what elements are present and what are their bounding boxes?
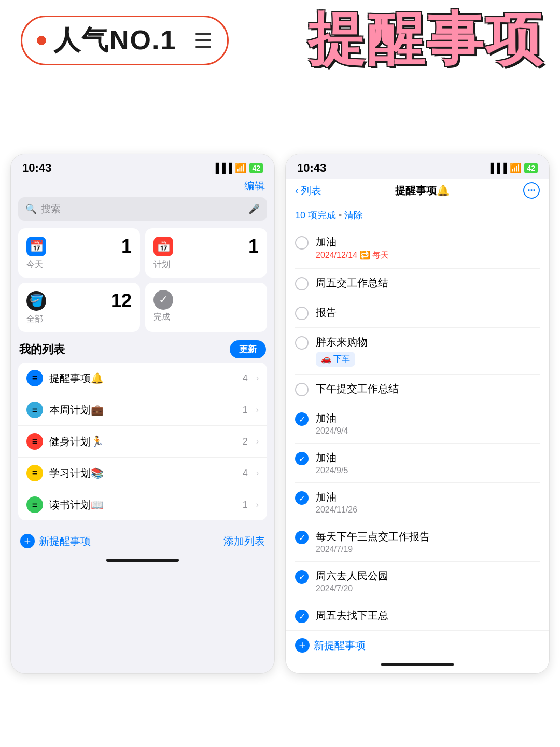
all-count: 12 xyxy=(111,290,132,312)
reminder-content: 胖东来购物 🚗 下车 xyxy=(316,335,540,367)
wifi-icon: 📶 xyxy=(235,162,246,174)
plus-icon: + xyxy=(20,534,35,548)
reminder-item[interactable]: ✓ 加油 2024/9/5 xyxy=(295,444,540,483)
right-status-icons: ▐▐▐ 📶 42 xyxy=(487,162,538,174)
reminder-item[interactable]: ✓ 周六去人民公园 2024/7/20 xyxy=(295,562,540,601)
stat-all[interactable]: 🪣 12 全部 xyxy=(18,283,140,332)
reminder-circle-filled[interactable]: ✓ xyxy=(295,570,309,584)
signal-icon: ▐▐▐ xyxy=(487,163,507,174)
list-item[interactable]: ≡ 读书计划📖 1 › xyxy=(18,489,267,520)
reminder-circle-filled[interactable]: ✓ xyxy=(295,491,309,505)
chevron-icon: › xyxy=(256,374,259,383)
reminder-content: 每天下午三点交工作报告 2024/7/19 xyxy=(316,530,540,554)
add-list-button[interactable]: 添加列表 xyxy=(223,534,265,548)
list-count-reminders: 4 xyxy=(243,373,248,384)
reminder-item[interactable]: 周五交工作总结 xyxy=(295,269,540,298)
reminder-subtitle: 2024/9/4 xyxy=(316,426,540,436)
reminder-item[interactable]: ✓ 加油 2024/9/4 xyxy=(295,404,540,444)
stat-done[interactable]: ✓ 完成 xyxy=(145,283,267,332)
list-icon-reminders: ≡ xyxy=(26,370,43,386)
list-icon-study: ≡ xyxy=(26,465,43,481)
stats-grid: 📅 1 今天 📅 1 计划 🪣 12 全部 xyxy=(18,228,267,332)
list-count-fitness: 2 xyxy=(243,436,248,447)
wifi-icon: 📶 xyxy=(510,162,521,174)
check-icon: ✓ xyxy=(299,493,305,503)
left-battery: 42 xyxy=(249,163,263,173)
stat-today[interactable]: 📅 1 今天 xyxy=(18,228,140,278)
right-nav-bar: ‹ 列表 提醒事项🔔 ··· xyxy=(286,179,549,205)
reminder-subtitle: 2024/12/14 🔁 每天 xyxy=(316,250,540,261)
my-lists-header: 我的列表 更新 xyxy=(11,338,274,363)
reminder-circle-filled[interactable]: ✓ xyxy=(295,610,309,623)
more-button[interactable]: ··· xyxy=(523,182,540,199)
chevron-icon: › xyxy=(256,468,259,478)
plan-count: 1 xyxy=(248,236,259,257)
reminder-item[interactable]: 下午提交工作总结 xyxy=(295,375,540,404)
nav-title: 提醒事项🔔 xyxy=(395,184,450,198)
reminder-title: 周六去人民公园 xyxy=(316,569,540,583)
mic-icon[interactable]: 🎤 xyxy=(248,203,260,215)
reminder-item[interactable]: 报告 xyxy=(295,298,540,328)
new-reminder-button[interactable]: + 新提醒事项 xyxy=(20,534,91,548)
completed-count: 10 项完成 xyxy=(295,210,336,220)
update-button[interactable]: 更新 xyxy=(230,340,266,358)
list-icon-reading: ≡ xyxy=(26,496,43,513)
search-input[interactable]: 搜索 xyxy=(41,202,244,216)
stat-plan[interactable]: 📅 1 计划 xyxy=(145,228,267,278)
badge-label: 人气NO.1 ☰ xyxy=(21,16,229,65)
reminder-list: 加油 2024/12/14 🔁 每天 周五交工作总结 报告 xyxy=(286,228,549,630)
left-phone: 10:43 ▐▐▐ 📶 42 编辑 🔍 搜索 🎤 📅 1 今天 xyxy=(10,154,275,674)
reminder-title: 加油 xyxy=(316,451,540,464)
completed-header: 10 项完成 • 清除 xyxy=(286,205,549,228)
right-new-reminder-label: 新提醒事项 xyxy=(314,639,366,653)
reminder-circle-filled[interactable]: ✓ xyxy=(295,452,309,465)
reminder-circle-filled[interactable]: ✓ xyxy=(295,531,309,544)
list-count-weekly: 1 xyxy=(243,405,248,416)
list-name-fitness: 健身计划🏃 xyxy=(49,435,236,449)
today-count: 1 xyxy=(121,236,132,257)
done-icon: ✓ xyxy=(153,290,173,310)
reminder-circle-filled[interactable]: ✓ xyxy=(295,412,309,426)
list-item[interactable]: ≡ 提醒事项🔔 4 › xyxy=(18,363,267,394)
list-item[interactable]: ≡ 学习计划📚 4 › xyxy=(18,458,267,489)
reminder-subtitle: 2024/7/19 xyxy=(316,545,540,554)
reminder-title: 每天下午三点交工作报告 xyxy=(316,530,540,543)
back-label: 列表 xyxy=(301,184,321,198)
list-item[interactable]: ≡ 本周计划💼 1 › xyxy=(18,394,267,426)
reminder-item[interactable]: ✓ 周五去找下王总 xyxy=(295,601,540,630)
done-label: 完成 xyxy=(153,312,259,323)
right-bottom-bar: + 新提醒事项 xyxy=(286,630,549,658)
chevron-icon: › xyxy=(256,405,259,414)
right-phone: 10:43 ▐▐▐ 📶 42 ‹ 列表 提醒事项🔔 ··· 10 项完成 • 清… xyxy=(285,154,550,674)
reminder-tag: 🚗 下车 xyxy=(316,352,355,367)
list-icon-weekly: ≡ xyxy=(26,402,43,418)
search-icon: 🔍 xyxy=(25,203,37,215)
reminder-title: 周五去找下王总 xyxy=(316,608,540,622)
list-name-weekly: 本周计划💼 xyxy=(49,403,236,417)
today-label: 今天 xyxy=(26,259,132,270)
reminder-circle-empty[interactable] xyxy=(295,336,309,350)
reminder-item[interactable]: 胖东来购物 🚗 下车 xyxy=(295,328,540,375)
reminder-circle-empty[interactable] xyxy=(295,236,309,250)
chevron-icon: › xyxy=(256,437,259,446)
reminder-title: 加油 xyxy=(316,235,540,248)
reminder-item[interactable]: ✓ 每天下午三点交工作报告 2024/7/19 xyxy=(295,522,540,562)
signal-icon: ▐▐▐ xyxy=(212,163,232,174)
search-bar[interactable]: 🔍 搜索 🎤 xyxy=(18,197,267,221)
reminder-item[interactable]: ✓ 加油 2024/11/26 xyxy=(295,483,540,522)
right-new-reminder-button[interactable]: + 新提醒事项 xyxy=(295,638,540,653)
reminder-content: 周五去找下王总 xyxy=(316,608,540,622)
back-button[interactable]: ‹ 列表 xyxy=(295,184,321,198)
reminder-circle-empty[interactable] xyxy=(295,383,309,396)
edit-button[interactable]: 编辑 xyxy=(244,179,265,193)
menu-icon[interactable]: ☰ xyxy=(194,29,213,52)
list-name-study: 学习计划📚 xyxy=(49,466,236,480)
reminder-item[interactable]: 加油 2024/12/14 🔁 每天 xyxy=(295,228,540,269)
left-status-icons: ▐▐▐ 📶 42 xyxy=(212,162,263,174)
clear-button[interactable]: 清除 xyxy=(344,210,363,220)
reminder-circle-empty[interactable] xyxy=(295,307,309,320)
reminder-content: 周六去人民公园 2024/7/20 xyxy=(316,569,540,593)
reminder-circle-empty[interactable] xyxy=(295,277,309,290)
list-item[interactable]: ≡ 健身计划🏃 2 › xyxy=(18,426,267,458)
plus-icon: + xyxy=(295,638,310,653)
